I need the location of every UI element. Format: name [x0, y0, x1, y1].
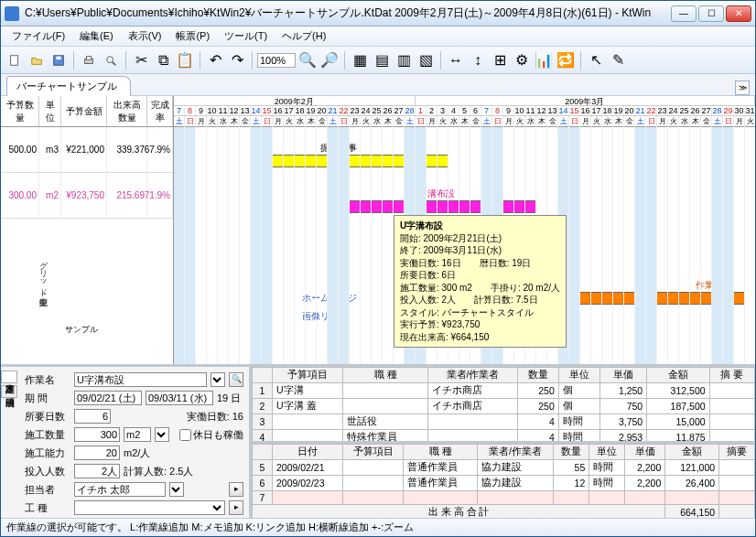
- table-row[interactable]: 4特殊作業員4時間2,95311,875: [253, 430, 755, 442]
- input-req[interactable]: [74, 409, 111, 424]
- redo-button[interactable]: ↷: [227, 50, 247, 70]
- work-button[interactable]: ▸: [229, 500, 243, 515]
- progress-total-label: 出 来 高 合 計: [253, 505, 665, 519]
- month-mar: 2009年3月: [416, 96, 755, 105]
- cut-button[interactable]: ✂: [131, 50, 151, 70]
- input-qty-unit[interactable]: [124, 427, 151, 442]
- label-qty: 施工数量: [25, 428, 70, 442]
- col-budget-qty: 予算数量: [1, 96, 39, 126]
- paste-button[interactable]: 📋: [175, 50, 195, 70]
- checkbox-holiday[interactable]: [179, 429, 191, 441]
- sample-label: サンプル: [65, 324, 98, 336]
- table-row[interactable]: 3世話役4時間3,75015,000: [253, 414, 755, 430]
- menu-view[interactable]: 表示(V): [121, 27, 169, 45]
- input-cap[interactable]: [74, 446, 120, 460]
- pointer-tool[interactable]: ↖: [586, 50, 606, 70]
- document-tab[interactable]: バーチャートサンプル: [6, 76, 131, 96]
- month-feb: 2009年2月: [174, 96, 416, 105]
- work-select[interactable]: [74, 500, 225, 515]
- gantt-left-columns: 予算数量 単位 予算金額 出来高数量 完成率 500.00 m3 ¥221,00…: [1, 96, 174, 364]
- label-work: 工 種: [25, 501, 70, 515]
- zoom-out-button[interactable]: 🔎: [319, 50, 340, 70]
- toolbar: ✂ ⧉ 📋 ↶ ↷ 🔍 🔎 ▦ ▤ ▥ ▧ ↔ ↕ ⊞ ⚙ 📊 🔁 ↖ ✎: [1, 47, 755, 74]
- name-lookup-button[interactable]: 🔍: [229, 372, 243, 387]
- calc-ppl: 計算人数: 2.5人: [124, 465, 193, 478]
- new-button[interactable]: [5, 50, 25, 70]
- menu-ledger[interactable]: 帳票(P): [168, 27, 217, 45]
- table-row[interactable]: 52009/02/21普通作業員協力建設55時間2,200121,000: [253, 460, 755, 476]
- svg-point-5: [107, 56, 113, 62]
- svg-rect-2: [56, 56, 60, 59]
- print-button[interactable]: [79, 50, 99, 70]
- qty-unit-dropdown[interactable]: [155, 427, 169, 442]
- task-form-panel: 基本設定 明細項目 作業名 🔍 期 間 19 日: [1, 367, 252, 518]
- mgr-dropdown[interactable]: [169, 482, 184, 497]
- status-text: 作業線の選択が可能です。 L:作業線追加 M:メモ追加 K:リンク追加 H:横断…: [6, 521, 414, 534]
- table-row[interactable]: 62009/02/23普通作業員協力建設12時間2,20026,400: [253, 476, 755, 491]
- task-tooltip: U字溝布設 開始: 2009年2月21日(土) 終了: 2009年3月11日(水…: [394, 215, 567, 348]
- minimize-button[interactable]: —: [671, 5, 697, 22]
- tool-e[interactable]: ↔: [446, 50, 466, 70]
- label-period: 期 間: [25, 392, 70, 405]
- collapse-button[interactable]: ≫: [735, 81, 750, 95]
- period-days: 19 日: [217, 392, 241, 405]
- undo-button[interactable]: ↶: [205, 50, 225, 70]
- tool-b[interactable]: ▤: [372, 50, 392, 70]
- input-period-from[interactable]: [74, 391, 142, 405]
- name-dropdown[interactable]: [211, 372, 225, 387]
- svg-rect-0: [11, 55, 18, 65]
- tool-c[interactable]: ▥: [394, 50, 414, 70]
- zoom-input[interactable]: [257, 53, 296, 68]
- menubar: ファイル(F) 編集(E) 表示(V) 帳票(P) ツール(T) ヘルプ(H): [1, 27, 755, 47]
- maximize-button[interactable]: ☐: [698, 5, 724, 22]
- tool-a[interactable]: ▦: [350, 50, 370, 70]
- app-icon: [5, 6, 19, 21]
- tool-g[interactable]: ⊞: [490, 50, 510, 70]
- preview-button[interactable]: [101, 50, 121, 70]
- document-tabs: バーチャートサンプル ≫: [1, 74, 755, 96]
- cap-unit: m2/人: [124, 446, 150, 460]
- progress-grid[interactable]: 日付 予算項目 職 種 業者/作業者 数量 単位 単価 金額 摘要 52009/…: [252, 444, 755, 518]
- zoom-in-button[interactable]: 🔍: [297, 50, 318, 70]
- statusbar: 作業線の選択が可能です。 L:作業線追加 M:メモ追加 K:リンク追加 H:横断…: [1, 518, 755, 536]
- gantt-chart[interactable]: 2009年2月 2009年3月 789101112131415161718192…: [174, 96, 755, 364]
- label-cap: 施工能力: [25, 446, 70, 460]
- col-unit: 単位: [39, 96, 61, 126]
- menu-help[interactable]: ヘルプ(H): [275, 27, 333, 45]
- input-name[interactable]: [74, 372, 207, 387]
- copy-button[interactable]: ⧉: [153, 50, 173, 70]
- menu-edit[interactable]: 編集(E): [72, 27, 121, 45]
- menu-tool[interactable]: ツール(T): [217, 27, 275, 45]
- actual-days: 実働日数: 16: [187, 410, 243, 424]
- grid-center-label: グリッド中央配置↑: [38, 255, 49, 296]
- input-mgr[interactable]: [74, 482, 166, 497]
- col-complete: 完成率: [147, 96, 173, 126]
- side-tab-detail[interactable]: 明細項目: [1, 385, 17, 398]
- input-ppl[interactable]: [74, 464, 120, 478]
- label-ppl: 投入人数: [25, 465, 70, 478]
- mgr-button[interactable]: ▸: [229, 482, 243, 497]
- svg-line-6: [113, 61, 116, 65]
- budget-grid[interactable]: 予算項目 職 種 業者/作業者 数量 単位 単価 金額 摘 要 1U字溝イチホ商…: [252, 367, 755, 441]
- input-qty[interactable]: [74, 427, 120, 442]
- label-mgr: 担当者: [25, 483, 70, 497]
- tool-h[interactable]: ⚙: [512, 50, 532, 70]
- menu-file[interactable]: ファイル(F): [5, 27, 72, 45]
- pen-tool[interactable]: ✎: [608, 50, 628, 70]
- save-button[interactable]: [49, 50, 69, 70]
- table-row[interactable]: 7: [253, 491, 755, 505]
- input-period-to[interactable]: [146, 391, 213, 405]
- side-tab-basic[interactable]: 基本設定: [1, 371, 17, 383]
- close-button[interactable]: ✕: [726, 5, 751, 22]
- svg-rect-4: [86, 56, 91, 59]
- tool-i[interactable]: 📊: [534, 50, 554, 70]
- label-name: 作業名: [25, 373, 70, 387]
- open-button[interactable]: [27, 50, 47, 70]
- table-row[interactable]: 2U字溝 蓋イチホ商店250個750187,500: [253, 399, 755, 414]
- table-row[interactable]: 1U字溝イチホ商店250個1,250312,500: [253, 383, 755, 399]
- window-titlebar: C:¥Users¥Public¥Documents¥Ichiho¥KtWin2¥…: [1, 1, 755, 27]
- label-holiday: 休日も稼働: [193, 428, 243, 442]
- tool-d[interactable]: ▧: [416, 50, 436, 70]
- tool-j[interactable]: 🔁: [556, 50, 576, 70]
- tool-f[interactable]: ↕: [468, 50, 488, 70]
